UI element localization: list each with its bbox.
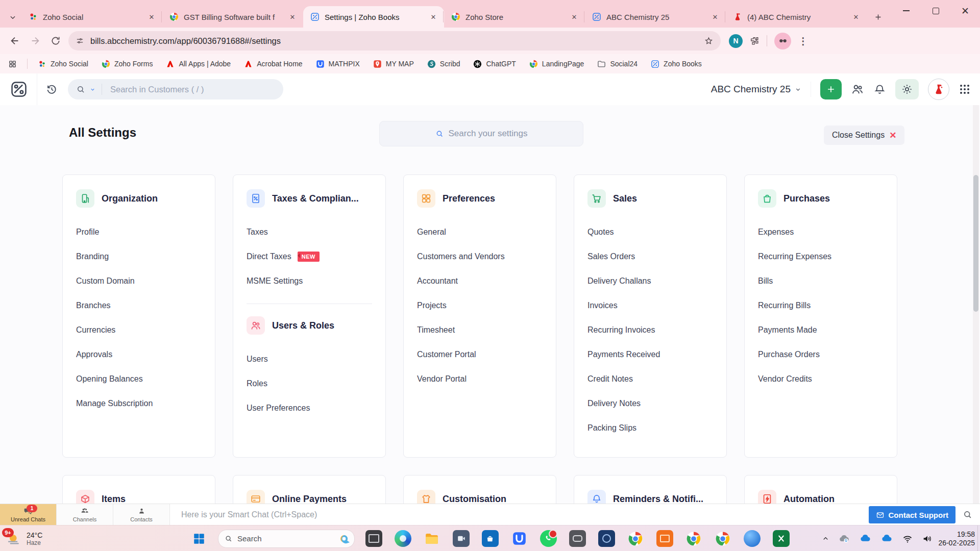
org-avatar[interactable] [928, 79, 949, 100]
settings-link-recurring-bills[interactable]: Recurring Bills [758, 293, 884, 318]
browser-tab[interactable]: ABC Chemistry 25✕ [585, 6, 726, 28]
chrome-profile-2-icon[interactable] [684, 530, 703, 548]
chat-tab-contacts[interactable]: Contacts [113, 504, 170, 525]
bookmark-item[interactable]: Zoho Social [38, 60, 88, 68]
settings-link-branding[interactable]: Branding [76, 244, 202, 269]
show-desktop-button[interactable] [977, 525, 980, 551]
chat-tab-channels[interactable]: Channels [57, 504, 113, 525]
browser-tab[interactable]: Settings | Zoho Books✕ [303, 6, 444, 28]
bookmark-item[interactable]: Scribd [427, 60, 460, 68]
browser-profile-avatar[interactable] [774, 33, 791, 49]
site-info-icon[interactable] [76, 37, 84, 45]
settings-link-credit-notes[interactable]: Credit Notes [587, 367, 713, 391]
paint3d-app-icon[interactable] [743, 530, 761, 548]
teams-app-icon[interactable] [452, 530, 470, 548]
settings-link-branches[interactable]: Branches [76, 293, 202, 318]
apps-grid-icon[interactable] [8, 60, 17, 68]
forward-button[interactable] [28, 33, 43, 48]
settings-link-taxes[interactable]: Taxes [247, 220, 372, 244]
mathpix-app-icon[interactable] [510, 530, 528, 548]
bookmark-star-icon[interactable] [704, 36, 714, 46]
settings-link-customer-portal[interactable]: Customer Portal [417, 342, 543, 367]
address-bar[interactable]: bills.abcchemistry.com/app/60036791688#/… [68, 31, 721, 51]
maximize-button[interactable] [921, 0, 950, 21]
cloud-sync-icon[interactable] [838, 533, 850, 545]
settings-link-projects[interactable]: Projects [417, 293, 543, 318]
snipping-tool-icon[interactable] [568, 530, 586, 548]
onedrive-icon-2[interactable] [880, 532, 893, 545]
tab-close-button[interactable]: ✕ [850, 11, 862, 22]
bookmark-item[interactable]: LandingPage [529, 60, 584, 68]
settings-link-quotes[interactable]: Quotes [587, 220, 713, 244]
settings-link-custom-domain[interactable]: Custom Domain [76, 269, 202, 293]
settings-link-payments-made[interactable]: Payments Made [758, 318, 884, 342]
browser-tab[interactable]: Zoho Social✕ [21, 6, 162, 28]
excel-icon[interactable] [772, 530, 790, 548]
tab-close-button[interactable]: ✕ [709, 11, 721, 22]
settings-link-vendor-portal[interactable]: Vendor Portal [417, 367, 543, 391]
settings-link-opening-balances[interactable]: Opening Balances [76, 367, 202, 391]
settings-link-currencies[interactable]: Currencies [76, 318, 202, 342]
back-button[interactable] [7, 33, 22, 48]
settings-search-input[interactable]: Search your settings [379, 121, 583, 146]
settings-link-msme-settings[interactable]: MSME Settings [247, 269, 372, 293]
weather-widget[interactable]: 9+ 24°C Haze [0, 530, 82, 547]
settings-link-timesheet[interactable]: Timesheet [417, 318, 543, 342]
browser-tab[interactable]: (4) ABC Chemistry✕ [726, 6, 867, 28]
tab-close-button[interactable]: ✕ [146, 11, 157, 22]
whatsapp-icon[interactable] [539, 530, 557, 548]
browser-tab[interactable]: Zoho Store✕ [444, 6, 585, 28]
reload-button[interactable] [48, 33, 63, 48]
bookmark-item[interactable]: Zoho Forms [102, 60, 153, 68]
bookmark-item[interactable]: Acrobat Home [244, 60, 302, 68]
chrome-profile-3-icon[interactable] [714, 530, 732, 548]
taskbar-search-box[interactable]: Search [218, 530, 355, 548]
bookmark-item[interactable]: Zoho Books [651, 60, 702, 68]
settings-link-manage-subscription[interactable]: Manage Subscription [76, 391, 202, 416]
settings-link-recurring-expenses[interactable]: Recurring Expenses [758, 244, 884, 269]
contact-support-button[interactable]: Contact Support [869, 506, 956, 523]
notifications-bell-icon[interactable] [873, 83, 886, 96]
org-selector[interactable]: ABC Chemistry 25 [711, 84, 801, 95]
settings-link-purchase-orders[interactable]: Purchase Orders [758, 342, 884, 367]
settings-link-roles[interactable]: Roles [247, 371, 372, 396]
settings-link-recurring-invoices[interactable]: Recurring Invoices [587, 318, 713, 342]
tab-search-chevron-icon[interactable] [4, 7, 21, 28]
settings-link-accountant[interactable]: Accountant [417, 269, 543, 293]
refer-users-icon[interactable] [851, 83, 864, 96]
wifi-icon[interactable] [902, 533, 913, 544]
bookmark-item[interactable]: MY MAP [373, 60, 414, 68]
tab-close-button[interactable]: ✕ [287, 11, 298, 22]
minimize-button[interactable] [891, 0, 921, 21]
settings-link-bills[interactable]: Bills [758, 269, 884, 293]
file-explorer-icon[interactable] [423, 530, 441, 548]
close-settings-button[interactable]: Close Settings ✕ [824, 126, 904, 145]
extensions-puzzle-icon[interactable] [750, 36, 760, 46]
global-search-input[interactable]: Search in Customers ( / ) [68, 79, 283, 99]
photos-app-icon[interactable] [364, 530, 383, 548]
recent-history-icon[interactable] [45, 83, 58, 95]
settings-link-customers-and-vendors[interactable]: Customers and Vendors [417, 244, 543, 269]
bookmark-item[interactable]: ChatGPT [473, 60, 516, 68]
bookmark-item[interactable]: MATHPIX [316, 60, 360, 68]
settings-link-profile[interactable]: Profile [76, 220, 202, 244]
bookmark-item[interactable]: All Apps | Adobe [166, 60, 231, 68]
settings-gear-button[interactable] [895, 79, 919, 99]
edge-browser-icon[interactable] [394, 530, 412, 548]
chat-tab-unread-chats[interactable]: 1Unread Chats [0, 504, 57, 525]
quick-create-button[interactable] [820, 79, 842, 99]
orange-app-icon[interactable] [655, 530, 674, 548]
browser-tab[interactable]: GST Billing Software built f✕ [162, 6, 303, 28]
smart-chat-input[interactable]: Here is your Smart Chat (Ctrl+Space) [170, 504, 869, 525]
settings-link-users[interactable]: Users [247, 347, 372, 371]
microsoft-store-icon[interactable] [481, 530, 499, 548]
settings-link-approvals[interactable]: Approvals [76, 342, 202, 367]
settings-link-vendor-credits[interactable]: Vendor Credits [758, 367, 884, 391]
settings-link-user-preferences[interactable]: User Preferences [247, 396, 372, 420]
browser-menu-kebab-icon[interactable]: ⋮ [798, 35, 808, 47]
settings-link-invoices[interactable]: Invoices [587, 293, 713, 318]
close-window-button[interactable]: ✕ [950, 0, 980, 21]
settings-link-delivery-challans[interactable]: Delivery Challans [587, 269, 713, 293]
bookmark-item[interactable]: Social24 [597, 60, 638, 68]
settings-link-expenses[interactable]: Expenses [758, 220, 884, 244]
